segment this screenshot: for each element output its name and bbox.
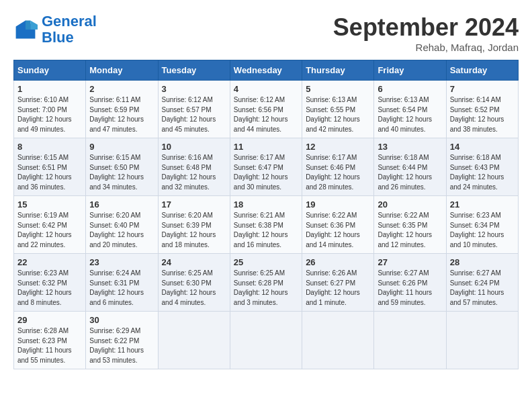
day-number: 24 — [162, 257, 226, 267]
calendar-cell: 18Sunrise: 6:21 AM Sunset: 6:38 PM Dayli… — [230, 196, 302, 254]
calendar-cell: 5Sunrise: 6:13 AM Sunset: 6:55 PM Daylig… — [302, 81, 374, 138]
day-number: 21 — [450, 199, 515, 210]
day-number: 11 — [234, 142, 298, 152]
day-number: 16 — [89, 199, 154, 210]
calendar-cell: 11Sunrise: 6:17 AM Sunset: 6:47 PM Dayli… — [230, 138, 302, 196]
day-info: Sunrise: 6:14 AM Sunset: 6:52 PM Dayligh… — [450, 95, 515, 134]
calendar-cell: 22Sunrise: 6:23 AM Sunset: 6:32 PM Dayli… — [14, 254, 86, 312]
day-info: Sunrise: 6:11 AM Sunset: 6:59 PM Dayligh… — [89, 95, 154, 134]
calendar-cell: 16Sunrise: 6:20 AM Sunset: 6:40 PM Dayli… — [86, 196, 158, 254]
calendar-cell: 12Sunrise: 6:17 AM Sunset: 6:46 PM Dayli… — [302, 138, 374, 196]
calendar-cell — [446, 312, 518, 369]
calendar-cell — [374, 312, 446, 369]
day-info: Sunrise: 6:29 AM Sunset: 6:22 PM Dayligh… — [89, 326, 154, 365]
location-subtitle: Rehab, Mafraq, Jordan — [333, 42, 519, 53]
calendar-cell: 17Sunrise: 6:20 AM Sunset: 6:39 PM Dayli… — [158, 196, 230, 254]
svg-marker-2 — [26, 21, 30, 30]
column-header-tuesday: Tuesday — [158, 60, 230, 81]
calendar-cell: 13Sunrise: 6:18 AM Sunset: 6:44 PM Dayli… — [374, 138, 446, 196]
day-number: 6 — [378, 84, 442, 94]
calendar-week-3: 15Sunrise: 6:19 AM Sunset: 6:42 PM Dayli… — [14, 196, 519, 254]
calendar-cell: 1Sunrise: 6:10 AM Sunset: 7:00 PM Daylig… — [14, 81, 86, 138]
calendar-cell: 7Sunrise: 6:14 AM Sunset: 6:52 PM Daylig… — [446, 81, 518, 138]
calendar-cell: 20Sunrise: 6:22 AM Sunset: 6:35 PM Dayli… — [374, 196, 446, 254]
calendar-cell: 10Sunrise: 6:16 AM Sunset: 6:48 PM Dayli… — [158, 138, 230, 196]
calendar-cell: 19Sunrise: 6:22 AM Sunset: 6:36 PM Dayli… — [302, 196, 374, 254]
day-number: 26 — [306, 257, 370, 267]
day-info: Sunrise: 6:20 AM Sunset: 6:40 PM Dayligh… — [89, 211, 154, 250]
day-info: Sunrise: 6:23 AM Sunset: 6:32 PM Dayligh… — [17, 269, 82, 308]
logo-icon — [13, 17, 38, 42]
day-number: 12 — [306, 142, 370, 152]
calendar-cell: 29Sunrise: 6:28 AM Sunset: 6:23 PM Dayli… — [14, 312, 86, 369]
day-number: 19 — [306, 199, 370, 210]
day-number: 13 — [378, 142, 442, 152]
calendar-cell: 6Sunrise: 6:13 AM Sunset: 6:54 PM Daylig… — [374, 81, 446, 138]
day-info: Sunrise: 6:15 AM Sunset: 6:50 PM Dayligh… — [89, 153, 154, 192]
day-info: Sunrise: 6:17 AM Sunset: 6:47 PM Dayligh… — [234, 153, 298, 192]
day-info: Sunrise: 6:22 AM Sunset: 6:35 PM Dayligh… — [378, 211, 442, 250]
day-info: Sunrise: 6:28 AM Sunset: 6:23 PM Dayligh… — [17, 326, 82, 365]
day-info: Sunrise: 6:18 AM Sunset: 6:43 PM Dayligh… — [450, 153, 515, 192]
logo-text: General Blue — [42, 13, 97, 46]
day-number: 20 — [378, 199, 442, 210]
day-number: 1 — [17, 84, 82, 94]
calendar-cell: 27Sunrise: 6:27 AM Sunset: 6:26 PM Dayli… — [374, 254, 446, 312]
calendar-header-row: SundayMondayTuesdayWednesdayThursdayFrid… — [14, 60, 519, 81]
column-header-wednesday: Wednesday — [230, 60, 302, 81]
day-number: 4 — [234, 84, 298, 94]
svg-marker-1 — [30, 21, 38, 30]
calendar-week-1: 1Sunrise: 6:10 AM Sunset: 7:00 PM Daylig… — [14, 81, 519, 138]
day-info: Sunrise: 6:25 AM Sunset: 6:28 PM Dayligh… — [234, 269, 298, 308]
day-number: 2 — [89, 84, 154, 94]
day-info: Sunrise: 6:18 AM Sunset: 6:44 PM Dayligh… — [378, 153, 442, 192]
day-number: 15 — [17, 199, 82, 210]
day-info: Sunrise: 6:19 AM Sunset: 6:42 PM Dayligh… — [17, 211, 82, 250]
day-number: 17 — [162, 199, 226, 210]
day-number: 25 — [234, 257, 298, 267]
day-info: Sunrise: 6:17 AM Sunset: 6:46 PM Dayligh… — [306, 153, 370, 192]
calendar-cell: 4Sunrise: 6:12 AM Sunset: 6:56 PM Daylig… — [230, 81, 302, 138]
day-info: Sunrise: 6:23 AM Sunset: 6:34 PM Dayligh… — [450, 211, 515, 250]
day-number: 29 — [17, 315, 82, 325]
day-number: 27 — [378, 257, 442, 267]
day-info: Sunrise: 6:15 AM Sunset: 6:51 PM Dayligh… — [17, 153, 82, 192]
day-number: 9 — [89, 142, 154, 152]
column-header-saturday: Saturday — [446, 60, 518, 81]
calendar-cell: 21Sunrise: 6:23 AM Sunset: 6:34 PM Dayli… — [446, 196, 518, 254]
day-info: Sunrise: 6:16 AM Sunset: 6:48 PM Dayligh… — [162, 153, 226, 192]
calendar-week-2: 8Sunrise: 6:15 AM Sunset: 6:51 PM Daylig… — [14, 138, 519, 196]
calendar-cell: 26Sunrise: 6:26 AM Sunset: 6:27 PM Dayli… — [302, 254, 374, 312]
day-number: 3 — [162, 84, 226, 94]
calendar-cell: 28Sunrise: 6:27 AM Sunset: 6:24 PM Dayli… — [446, 254, 518, 312]
logo: General Blue — [13, 13, 97, 46]
calendar-cell: 3Sunrise: 6:12 AM Sunset: 6:57 PM Daylig… — [158, 81, 230, 138]
day-info: Sunrise: 6:13 AM Sunset: 6:54 PM Dayligh… — [378, 95, 442, 134]
calendar-week-4: 22Sunrise: 6:23 AM Sunset: 6:32 PM Dayli… — [14, 254, 519, 312]
day-info: Sunrise: 6:24 AM Sunset: 6:31 PM Dayligh… — [89, 269, 154, 308]
day-info: Sunrise: 6:25 AM Sunset: 6:30 PM Dayligh… — [162, 269, 226, 308]
day-info: Sunrise: 6:10 AM Sunset: 7:00 PM Dayligh… — [17, 95, 82, 134]
day-number: 8 — [17, 142, 82, 152]
column-header-friday: Friday — [374, 60, 446, 81]
calendar-cell — [158, 312, 230, 369]
day-number: 7 — [450, 84, 515, 94]
day-number: 10 — [162, 142, 226, 152]
page-header: General Blue September 2024 Rehab, Mafra… — [13, 13, 519, 53]
day-info: Sunrise: 6:21 AM Sunset: 6:38 PM Dayligh… — [234, 211, 298, 250]
calendar-cell: 24Sunrise: 6:25 AM Sunset: 6:30 PM Dayli… — [158, 254, 230, 312]
calendar-week-5: 29Sunrise: 6:28 AM Sunset: 6:23 PM Dayli… — [14, 312, 519, 369]
calendar-cell: 14Sunrise: 6:18 AM Sunset: 6:43 PM Dayli… — [446, 138, 518, 196]
calendar-cell — [230, 312, 302, 369]
calendar-cell: 23Sunrise: 6:24 AM Sunset: 6:31 PM Dayli… — [86, 254, 158, 312]
column-header-monday: Monday — [86, 60, 158, 81]
day-number: 23 — [89, 257, 154, 267]
calendar-cell: 8Sunrise: 6:15 AM Sunset: 6:51 PM Daylig… — [14, 138, 86, 196]
day-info: Sunrise: 6:12 AM Sunset: 6:56 PM Dayligh… — [234, 95, 298, 134]
day-number: 28 — [450, 257, 515, 267]
day-info: Sunrise: 6:12 AM Sunset: 6:57 PM Dayligh… — [162, 95, 226, 134]
day-info: Sunrise: 6:20 AM Sunset: 6:39 PM Dayligh… — [162, 211, 226, 250]
title-block: September 2024 Rehab, Mafraq, Jordan — [333, 13, 519, 53]
calendar-table: SundayMondayTuesdayWednesdayThursdayFrid… — [13, 60, 519, 369]
calendar-cell: 9Sunrise: 6:15 AM Sunset: 6:50 PM Daylig… — [86, 138, 158, 196]
